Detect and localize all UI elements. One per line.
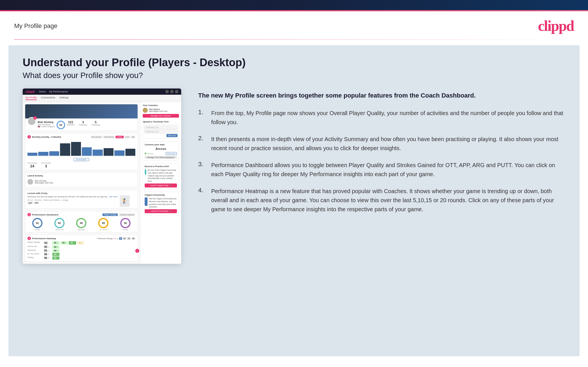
mock-all-activities-btn: All Activities bbox=[27, 158, 135, 161]
mock-ring-app: 85 Approach bbox=[76, 218, 86, 230]
mock-profile-section: Blair McHarg Plus Handicap 🇬🇧 United Kin… bbox=[25, 104, 138, 131]
mock-ring-overall: 92 Overall bbox=[32, 218, 42, 230]
mock-connect-title: Connect your data bbox=[145, 143, 177, 146]
mock-activity-section: 2 Monthly Activity - 6 Months On-course … bbox=[25, 133, 138, 170]
mock-lesson-section: Lesson with Fordy Nothing to feel like m… bbox=[25, 190, 138, 209]
mock-nav-icons bbox=[165, 90, 178, 93]
mock-heatmap-app-row: Approach 85 ↓ 96 ↑ bbox=[27, 249, 135, 252]
mock-stat-following: 5 Following bbox=[91, 120, 100, 126]
mock-logo: clippd bbox=[25, 90, 35, 93]
mock-profile-location: 🇬🇧 United Kingdom bbox=[38, 126, 55, 128]
mock-followers-value: 3 bbox=[79, 120, 87, 124]
mock-coach-item: Dan Davies Barnstaple Golf Club bbox=[143, 108, 179, 113]
mock-filter-5mths: 5 Mths bbox=[116, 136, 124, 138]
list-number-1: 1. bbox=[198, 109, 207, 116]
page-title: My Profile page bbox=[14, 22, 57, 30]
mock-activity-item-1: Blair McHargBarnstaple Golf Club bbox=[27, 178, 135, 186]
mock-navbar: clippd Home My Performance bbox=[23, 88, 181, 95]
content-header: Understand your Profile (Players - Deskt… bbox=[23, 57, 565, 80]
mock-bar-6 bbox=[82, 147, 92, 156]
mock-bar-9 bbox=[114, 150, 124, 156]
right-intro: The new My Profile screen brings togethe… bbox=[198, 91, 565, 100]
header-divider bbox=[14, 39, 574, 40]
mock-right-sidebar: Your Coaches Dan Davies Barnstaple Golf … bbox=[140, 102, 181, 264]
mock-heatmap-cell-1: 90 ↓ bbox=[52, 241, 59, 245]
mock-launch-community-btn: Launch Community 🚀 bbox=[145, 209, 177, 213]
mock-subnav-settings: Settings bbox=[59, 96, 69, 100]
mock-latest-activity: Latest Activity Blair McHargBarnstaple G… bbox=[25, 172, 138, 188]
mock-oncourse-stat: On Course 24 bbox=[27, 162, 37, 168]
mock-oncourse-label: On Course bbox=[27, 162, 37, 164]
mock-heatmap-ott-row: Off the Tee 90 ↓ 85 ↓ bbox=[27, 245, 135, 249]
mock-trackman-input-area: Trackman Link Trackman Link Add Link bbox=[143, 124, 179, 139]
mock-lesson-meta: 0h 1m · 30 mins · Videos and Videos · 1 … bbox=[27, 199, 117, 201]
mock-stat-activities: 131 Activities bbox=[67, 120, 75, 126]
mock-community-image bbox=[145, 197, 147, 206]
list-text-2: It then presents a more in-depth view of… bbox=[211, 135, 565, 153]
list-number-2: 2. bbox=[198, 135, 207, 142]
list-number-3: 3. bbox=[198, 161, 207, 168]
mock-search-icon bbox=[165, 90, 169, 93]
mock-lesson-tags: golf drill bbox=[27, 202, 117, 204]
mock-trackman-placeholder: Trackman Link bbox=[144, 126, 178, 129]
mock-arccos-status-text: Arccos bbox=[147, 153, 153, 155]
mock-latest-title: Latest Activity bbox=[27, 174, 135, 177]
list-text-3: Performance Dashboard allows you to togg… bbox=[211, 161, 565, 179]
mock-bar-7 bbox=[93, 150, 102, 156]
mock-ring-putt-circle: 96 bbox=[120, 218, 131, 228]
mock-settings-icon bbox=[170, 90, 174, 93]
mock-heatmap-pin: 4 bbox=[135, 249, 139, 253]
mock-performance-dashboard: 3 Performance Dashboard Player Quality S… bbox=[25, 211, 138, 232]
mock-nav-items: Home My Performance bbox=[39, 90, 68, 93]
mock-bar-10 bbox=[125, 149, 135, 156]
mock-community-text: Visit the Clippd Community and discover … bbox=[149, 197, 177, 208]
mock-filter-1yr: 1 yr bbox=[125, 136, 130, 138]
mock-ring-putt: 96 Putting bbox=[120, 218, 131, 230]
top-bar bbox=[0, 0, 588, 11]
list-item-3: 3. Performance Dashboard allows you to t… bbox=[198, 161, 565, 179]
mock-disconnect-btn: Disconnect bbox=[166, 152, 177, 155]
footer: Copyright Clippd 2022 bbox=[0, 362, 588, 367]
mock-filter-all: All bbox=[131, 136, 135, 138]
list-number-4: 4. bbox=[198, 187, 207, 194]
mock-drill-text: Be one of the Clippd Community and captu… bbox=[148, 169, 177, 183]
mock-heatmap-arg-row: Ar. the Green 96 ↑ 96 ↑ bbox=[27, 253, 135, 256]
mock-heatmap-controls: 5 Round Change: ▼ ▲ 5 10 15 20 bbox=[97, 237, 135, 240]
list-item-1: 1. From the top, My Profile page now sho… bbox=[198, 109, 565, 127]
mock-bar-3 bbox=[49, 151, 59, 156]
mock-coaches-section: Your Coaches Dan Davies Barnstaple Golf … bbox=[143, 104, 179, 118]
header: My Profile page clippd bbox=[0, 11, 588, 39]
mock-arccos-title: Arccos bbox=[145, 147, 177, 150]
mock-left-panel: Blair McHarg Plus Handicap 🇬🇧 United Kin… bbox=[23, 102, 140, 264]
mock-profile-banner bbox=[25, 104, 138, 118]
two-col-layout: clippd Home My Performance My Profile Co… bbox=[23, 88, 565, 264]
mock-perf-header: 3 Performance Dashboard Player Quality S… bbox=[27, 213, 135, 216]
mock-heatmap-putt-row: Putting 96 ↑ 96 ↑ bbox=[27, 256, 135, 260]
mock-rings-row: 92 Overall 90 Off the Tee 85 Approach bbox=[27, 218, 135, 230]
list-text-4: Performance Heatmap is a new feature tha… bbox=[211, 187, 565, 214]
mock-activity-title: 2 Monthly Activity - 6 Months bbox=[27, 135, 61, 139]
left-column: clippd Home My Performance My Profile Co… bbox=[23, 88, 181, 264]
mock-lesson-header: Lesson with Fordy bbox=[27, 192, 135, 195]
mock-activity-filters: On-course Off-course 5 Mths 1 yr All bbox=[91, 136, 135, 138]
mock-community-item: Visit the Clippd Community and discover … bbox=[145, 197, 177, 208]
list-text-1: From the top, My Profile page now shows … bbox=[211, 109, 565, 127]
mock-activity-badge: 2 bbox=[27, 135, 31, 139]
mock-following-label: Following bbox=[91, 124, 100, 126]
mock-arccos-status: Arccos bbox=[145, 153, 153, 155]
mock-activity-thumb bbox=[27, 179, 33, 185]
mock-subnav: My Profile Connections Settings bbox=[23, 95, 181, 102]
mock-heatmap-app-cell: 96 ↑ bbox=[52, 249, 59, 252]
mock-user-icon bbox=[175, 90, 178, 93]
mock-ring-overall-circle: 92 bbox=[32, 218, 42, 228]
main-content: Understand your Profile (Players - Deskt… bbox=[8, 45, 580, 356]
mock-ring-app-label: Approach bbox=[76, 229, 86, 230]
mock-ring-overall-label: Overall bbox=[32, 229, 42, 230]
mock-toggle-pq: Player Quality bbox=[102, 213, 118, 216]
mock-filter-offcourse: Off-course bbox=[103, 136, 115, 138]
mock-drill-section: Record a Practice Drill Be one of the Cl… bbox=[143, 163, 179, 189]
mock-ring-arg: 86 Ar. Green bbox=[98, 218, 108, 230]
mock-toggle-sg: Strokes Gained bbox=[119, 213, 135, 216]
mock-drill-title: Record a Practice Drill bbox=[145, 165, 177, 168]
mock-coach-name: Dan Davies bbox=[149, 108, 168, 110]
